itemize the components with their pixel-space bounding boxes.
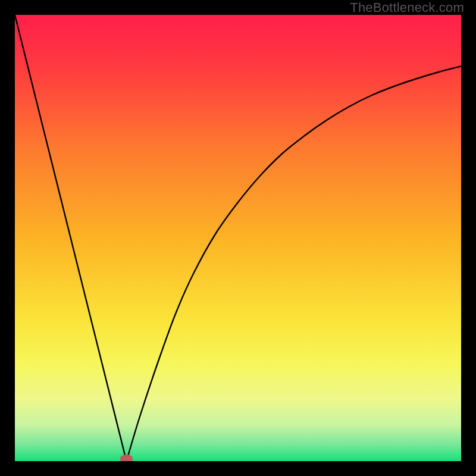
chart-background <box>15 15 461 461</box>
bottleneck-chart <box>15 15 461 461</box>
chart-frame: TheBottleneck.com <box>0 0 476 476</box>
attribution-label: TheBottleneck.com <box>350 0 464 15</box>
